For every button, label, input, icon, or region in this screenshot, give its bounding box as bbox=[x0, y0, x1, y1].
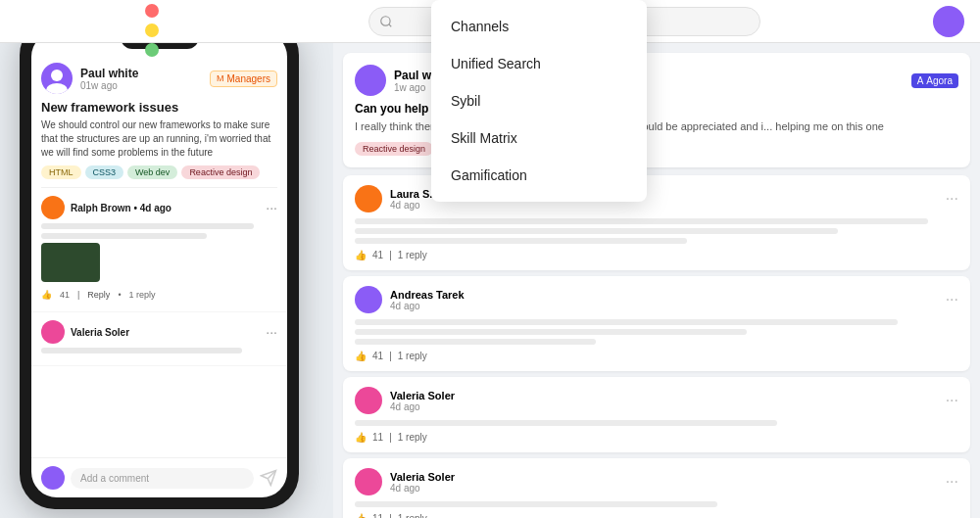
dropdown-item-channels[interactable]: Channels bbox=[431, 8, 647, 45]
svg-point-0 bbox=[381, 16, 390, 24]
agora-label: Agora bbox=[926, 75, 953, 86]
comment-card-andreas-header: Andreas Tarek 4d ago ··· bbox=[355, 286, 958, 313]
post-author-name: Paul white bbox=[80, 67, 202, 80]
comment-valeria2-time: 4d ago bbox=[390, 483, 455, 494]
comment-valeria-name: Valeria Soler bbox=[71, 327, 260, 338]
comment-valeria1-avatar bbox=[355, 387, 382, 414]
comment-ralph-avatar bbox=[41, 196, 65, 219]
dropdown-item-gamification[interactable]: Gamification bbox=[431, 157, 647, 194]
cc-andreas-reactions: 👍 41 | 1 reply bbox=[355, 351, 958, 361]
cc-v1-like-icon: 👍 bbox=[355, 432, 367, 443]
svg-point-3 bbox=[46, 83, 68, 94]
cc-laura-count: 41 bbox=[372, 250, 383, 260]
comment-andreas-more[interactable]: ··· bbox=[946, 291, 958, 308]
traffic-light-green bbox=[145, 43, 159, 57]
post-title: New framework issues bbox=[31, 98, 287, 118]
traffic-lights bbox=[145, 4, 159, 57]
feed-post-avatar bbox=[355, 65, 386, 96]
user-avatar[interactable] bbox=[933, 6, 964, 37]
skeleton-2 bbox=[41, 233, 207, 239]
post-body: We should control our new frameworks to … bbox=[31, 118, 287, 165]
comment-card-valeria1: Valeria Soler 4d ago ··· 👍 11 | 1 reply bbox=[343, 377, 970, 452]
comment-valeria1-info: Valeria Soler 4d ago bbox=[390, 390, 455, 412]
comment-card-andreas: Andreas Tarek 4d ago ··· 👍 41 | 1 reply bbox=[343, 276, 970, 371]
commenter-avatar bbox=[41, 466, 65, 490]
comment-valeria-more[interactable]: ··· bbox=[266, 324, 277, 340]
comment-valeria1-name: Valeria Soler bbox=[390, 390, 455, 401]
cc-valeria1-reply[interactable]: 1 reply bbox=[398, 432, 427, 443]
skeleton-1 bbox=[41, 223, 254, 229]
search-icon bbox=[379, 15, 393, 28]
comment-card-valeria1-header: Valeria Soler 4d ago ··· bbox=[355, 387, 958, 414]
comment-andreas-name: Andreas Tarek bbox=[390, 289, 465, 301]
comment-valeria1-more[interactable]: ··· bbox=[946, 392, 958, 409]
reply-dot: • bbox=[118, 290, 121, 300]
reaction-count: 41 bbox=[60, 290, 70, 300]
cc-sk-2 bbox=[355, 228, 838, 234]
add-comment-input[interactable]: Add a comment bbox=[71, 468, 254, 489]
phone-mockup: Paul white 01w ago M Managers New framew… bbox=[20, 20, 299, 509]
tag-css[interactable]: CSS3 bbox=[85, 165, 124, 179]
cc-laura-reactions: 👍 41 | 1 reply bbox=[355, 250, 958, 260]
managers-badge: M Managers bbox=[210, 71, 277, 87]
cc-v1-sk-1 bbox=[355, 420, 777, 426]
post-author-avatar bbox=[41, 63, 73, 94]
agora-badge: A Agora bbox=[911, 73, 958, 88]
cc-a-like-icon: 👍 bbox=[355, 351, 367, 361]
agora-icon: A bbox=[917, 75, 924, 86]
badge-label: Managers bbox=[227, 73, 270, 84]
reply-count: 1 reply bbox=[129, 290, 156, 300]
comment-andreas-avatar bbox=[355, 286, 382, 313]
comment-laura-time: 4d ago bbox=[390, 200, 439, 211]
skeleton-v1 bbox=[41, 348, 242, 353]
cc-sk-1 bbox=[355, 218, 928, 224]
cc-andreas-count: 41 bbox=[372, 351, 383, 361]
dropdown-item-unified-search[interactable]: Unified Search bbox=[431, 45, 647, 82]
post-time: 01w ago bbox=[80, 80, 202, 91]
add-comment-placeholder: Add a comment bbox=[80, 473, 149, 484]
cc-valeria2-reactions: 👍 11 | 1 reply bbox=[355, 513, 958, 518]
cc-laura-reply[interactable]: 1 reply bbox=[398, 250, 427, 260]
reply-btn[interactable]: Reply bbox=[87, 290, 110, 300]
right-feed: Paul whi... 1w ago A Agora Can you help … bbox=[333, 43, 980, 518]
cc-valeria2-count: 11 bbox=[372, 513, 383, 518]
cc-v2-sk-1 bbox=[355, 501, 717, 507]
tag-html[interactable]: HTML bbox=[41, 165, 81, 179]
comment-andreas-info: Andreas Tarek 4d ago bbox=[390, 289, 465, 311]
dropdown-item-skill-matrix[interactable]: Skill Matrix bbox=[431, 119, 647, 157]
comment-ralph-header: Ralph Brown • 4d ago ··· bbox=[41, 196, 277, 219]
cc-valeria1-count: 11 bbox=[372, 432, 383, 443]
cc-valeria2-reply[interactable]: 1 reply bbox=[398, 513, 427, 518]
dropdown-menu: Channels Unified Search Sybil Skill Matr… bbox=[431, 0, 647, 202]
traffic-light-red bbox=[145, 4, 159, 18]
reaction-emoji: 👍 bbox=[41, 290, 52, 300]
comment-ralph: Ralph Brown • 4d ago ··· 👍 41 | Reply • … bbox=[31, 188, 287, 312]
reaction-separator: | bbox=[77, 290, 79, 300]
phone-screen: Paul white 01w ago M Managers New framew… bbox=[31, 31, 287, 497]
cc-like-icon: 👍 bbox=[355, 250, 367, 260]
post-tags: HTML CSS3 Web dev Reactive design bbox=[31, 165, 287, 187]
tag-webdev[interactable]: Web dev bbox=[127, 165, 177, 179]
comment-card-valeria2-header: Valeria Soler 4d ago ··· bbox=[355, 468, 958, 495]
cc-andreas-reply[interactable]: 1 reply bbox=[398, 351, 427, 361]
phone-post-header: Paul white 01w ago M Managers bbox=[31, 55, 287, 98]
tag-reactive[interactable]: Reactive design bbox=[181, 165, 260, 179]
comment-andreas-time: 4d ago bbox=[390, 301, 465, 311]
comment-laura-more[interactable]: ··· bbox=[946, 190, 958, 208]
cc-v2-like-icon: 👍 bbox=[355, 513, 367, 518]
comment-valeria2-more[interactable]: ··· bbox=[946, 473, 958, 491]
comment-laura-avatar bbox=[355, 185, 382, 212]
traffic-light-yellow bbox=[145, 24, 159, 37]
cc-a-sk-2 bbox=[355, 329, 747, 335]
cc-a-sk-3 bbox=[355, 339, 596, 345]
comment-valeria2-info: Valeria Soler 4d ago bbox=[390, 471, 455, 494]
comment-more-icon[interactable]: ··· bbox=[266, 200, 277, 215]
svg-point-2 bbox=[51, 70, 63, 81]
feed-tag-reactive[interactable]: Reactive design bbox=[355, 142, 433, 156]
send-icon[interactable] bbox=[260, 469, 277, 487]
post-user-info: Paul white 01w ago bbox=[80, 67, 202, 91]
comment-image bbox=[41, 243, 100, 282]
comment-valeria: Valeria Soler ··· bbox=[31, 312, 287, 366]
comment-valeria2-name: Valeria Soler bbox=[390, 471, 455, 483]
dropdown-item-sybil[interactable]: Sybil bbox=[431, 82, 647, 119]
